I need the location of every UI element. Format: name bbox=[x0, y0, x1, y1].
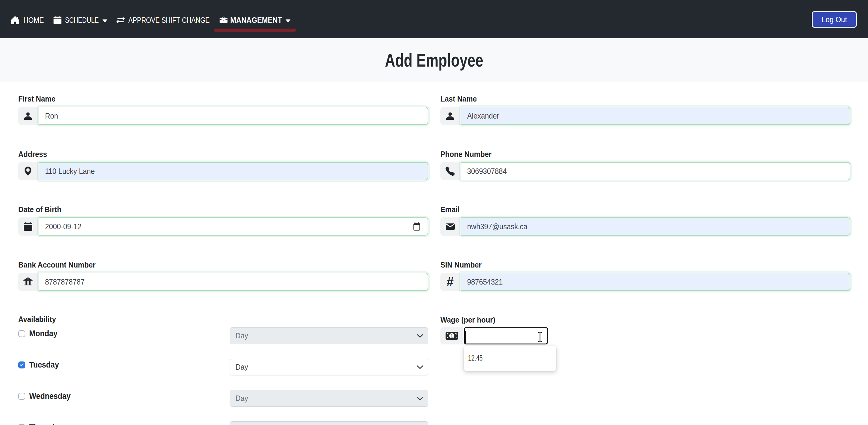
svg-text:1: 1 bbox=[451, 333, 453, 338]
